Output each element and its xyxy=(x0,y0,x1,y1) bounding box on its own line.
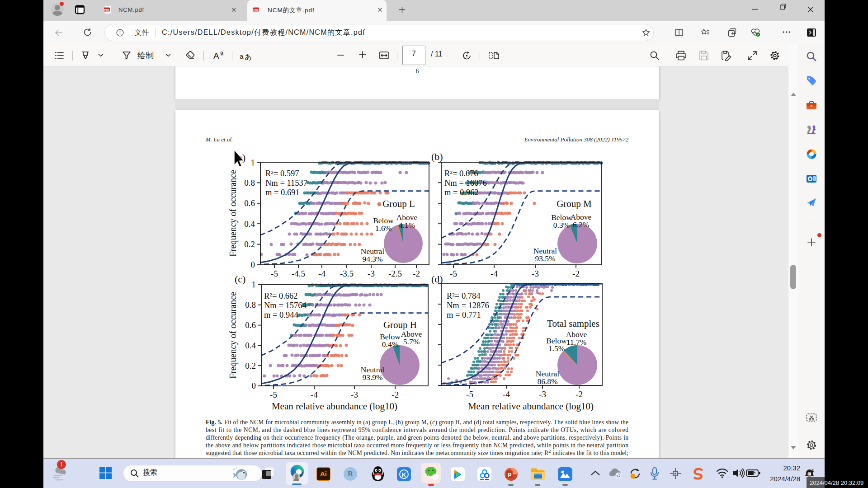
svg-text:-4: -4 xyxy=(311,390,318,399)
svg-text:-5: -5 xyxy=(450,269,457,278)
svg-text:1.6%: 1.6% xyxy=(375,224,392,233)
svg-text:Mean relative abundance (log10: Mean relative abundance (log10) xyxy=(468,401,594,412)
svg-text:-2.5: -2.5 xyxy=(388,269,402,278)
svg-text:-4: -4 xyxy=(491,269,498,278)
svg-text:PDF: PDF xyxy=(104,9,110,11)
svg-text:-3: -3 xyxy=(351,390,358,399)
svg-text:(d): (d) xyxy=(431,273,443,285)
svg-text:A: A xyxy=(213,51,219,61)
svg-text:(b): (b) xyxy=(431,151,443,162)
svg-text:6.2%: 6.2% xyxy=(573,220,589,229)
svg-text:4.1%: 4.1% xyxy=(399,221,415,230)
svg-text:93.5%: 93.5% xyxy=(535,254,555,263)
svg-text:-2: -2 xyxy=(576,389,583,399)
svg-text:Nm = 11537: Nm = 11537 xyxy=(265,178,307,188)
svg-text:-3.5: -3.5 xyxy=(340,269,354,278)
svg-text:あ: あ xyxy=(245,53,252,61)
svg-text:Nm = 16076: Nm = 16076 xyxy=(444,178,487,188)
svg-text:-4.5: -4.5 xyxy=(292,269,305,278)
svg-text:0: 0 xyxy=(251,260,255,269)
svg-text:a: a xyxy=(240,52,244,60)
svg-text:-3: -3 xyxy=(368,269,375,278)
svg-text:0.4%: 0.4% xyxy=(382,340,398,349)
svg-text:m = 0.691: m = 0.691 xyxy=(265,188,300,197)
svg-text:Frequency of occurance: Frequency of occurance xyxy=(228,170,238,257)
svg-text:-5: -5 xyxy=(271,269,278,278)
svg-text:0.6: 0.6 xyxy=(244,198,255,208)
svg-text:-2: -2 xyxy=(392,390,399,399)
svg-text:m = 0.962: m = 0.962 xyxy=(444,188,479,197)
svg-text:Frequency of occurance: Frequency of occurance xyxy=(228,292,238,379)
svg-text:-2: -2 xyxy=(413,269,420,278)
svg-text:Group L: Group L xyxy=(382,198,415,209)
svg-text:suggested that those microbial: suggested that those microbial taxa occu… xyxy=(206,449,628,456)
svg-text:0.4: 0.4 xyxy=(245,341,256,350)
svg-text:P: P xyxy=(508,472,512,479)
svg-text:-5: -5 xyxy=(270,390,277,399)
svg-text:m = 0.944: m = 0.944 xyxy=(264,310,298,319)
svg-text:Mean relative abundance (log10: Mean relative abundance (log10) xyxy=(272,401,397,412)
svg-text:94.3%: 94.3% xyxy=(362,254,382,263)
svg-text:0: 0 xyxy=(252,381,256,390)
svg-text:R²= 0.676: R²= 0.676 xyxy=(444,169,478,178)
svg-text:-5: -5 xyxy=(466,389,473,399)
svg-text:-4: -4 xyxy=(318,269,326,278)
svg-text:PDF: PDF xyxy=(254,9,259,11)
svg-text:R²= 0.597: R²= 0.597 xyxy=(265,169,299,178)
svg-text:86.8%: 86.8% xyxy=(537,377,557,386)
svg-text:0.6: 0.6 xyxy=(245,320,256,330)
svg-text:1.5%: 1.5% xyxy=(548,344,565,353)
svg-text:93.9%: 93.9% xyxy=(362,373,382,382)
svg-text:0.2: 0.2 xyxy=(245,361,256,371)
svg-text:z: z xyxy=(812,468,814,473)
svg-text:Nm = 15764: Nm = 15764 xyxy=(264,301,307,310)
svg-text:-4: -4 xyxy=(503,389,510,399)
svg-text:11.7%: 11.7% xyxy=(566,338,587,347)
svg-text:m = 0.771: m = 0.771 xyxy=(447,310,481,319)
svg-text:-2: -2 xyxy=(572,269,580,278)
svg-text:the above and below partitions: the above and below partitions indicated… xyxy=(206,442,628,449)
svg-text:0.8: 0.8 xyxy=(244,178,255,188)
svg-text:Group H: Group H xyxy=(383,319,417,330)
svg-text:Environmental Pollution 308 (2: Environmental Pollution 308 (2022) 11957… xyxy=(524,136,629,143)
svg-text:Group M: Group M xyxy=(557,198,592,209)
svg-text:1: 1 xyxy=(251,158,255,167)
svg-text:R²= 0.662: R²= 0.662 xyxy=(264,291,298,300)
svg-text:1: 1 xyxy=(252,280,256,289)
svg-text:(c): (c) xyxy=(235,273,245,285)
svg-text:M. Lu et al.: M. Lu et al. xyxy=(205,136,233,143)
svg-text:-3: -3 xyxy=(539,389,546,399)
svg-text:0.8: 0.8 xyxy=(245,300,256,310)
svg-text:Nm = 12876: Nm = 12876 xyxy=(447,301,489,310)
svg-text:0.3%: 0.3% xyxy=(553,221,570,230)
svg-text:-3: -3 xyxy=(532,269,539,278)
svg-text:differently depending on their: differently depending on their occurrenc… xyxy=(206,434,628,441)
svg-text:5.7%: 5.7% xyxy=(403,337,420,346)
svg-text:best fit to the NCM, and the d: best fit to the NCM, and the dashed blue… xyxy=(206,427,628,433)
svg-text:Fig. 5. Fit of the NCM for mic: Fig. 5. Fit of the NCM for microbial com… xyxy=(206,419,628,426)
svg-text:Total samples: Total samples xyxy=(547,318,599,329)
svg-text:0.4: 0.4 xyxy=(244,219,255,229)
svg-text:R²= 0.784: R²= 0.784 xyxy=(447,291,481,300)
svg-text:0.2: 0.2 xyxy=(244,239,255,249)
